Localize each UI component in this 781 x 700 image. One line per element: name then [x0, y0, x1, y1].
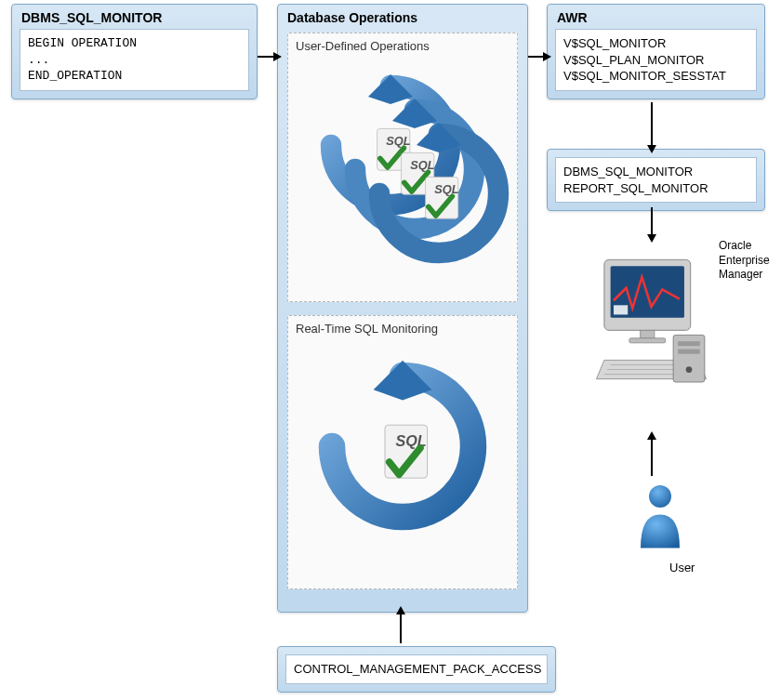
- svg-rect-23: [678, 350, 700, 354]
- arrow-dbms-to-dbops: [258, 56, 274, 58]
- dbms-title: DBMS_SQL_MONITOR: [12, 5, 257, 29]
- oem-label: Oracle Enterprise Manager: [719, 239, 770, 283]
- user-icon: [632, 479, 688, 553]
- oem-block: Oracle Enterprise Manager: [589, 239, 774, 429]
- dbops-title: Database Operations: [278, 5, 527, 29]
- rt-title: Real-Time SQL Monitoring: [288, 316, 517, 339]
- arrow-report-to-oem: [651, 207, 653, 235]
- database-operations-panel: Database Operations User-Defined Operati…: [277, 4, 528, 613]
- arrow-user-to-oem: [651, 439, 653, 476]
- arrow-awr-to-report: [651, 102, 653, 146]
- realtime-sql-monitoring-box: Real-Time SQL Monitoring SQL: [287, 315, 518, 589]
- arrow-cmpa-to-rt: [400, 614, 402, 643]
- awr-title: AWR: [548, 5, 764, 29]
- user-defined-operations-box: User-Defined Operations SQL: [287, 33, 518, 302]
- cmpa-panel: CONTROL_MANAGEMENT_PACK_ACCESS: [277, 646, 556, 693]
- cycle-icon: SQL: [314, 358, 491, 535]
- awr-views: V$SQL_MONITOR V$SQL_PLAN_MONITOR V$SQL_M…: [555, 29, 757, 91]
- svg-point-24: [686, 366, 693, 373]
- awr-panel: AWR V$SQL_MONITOR V$SQL_PLAN_MONITOR V$S…: [547, 4, 765, 99]
- dbms-sql-monitor-panel: DBMS_SQL_MONITOR BEGIN OPERATION ... END…: [11, 4, 258, 99]
- dbms-code-block: BEGIN OPERATION ... END_OPERATION: [20, 29, 249, 91]
- cycle-icon: SQL: [364, 119, 541, 296]
- arrow-dbops-to-awr: [528, 56, 544, 58]
- svg-rect-15: [641, 330, 655, 337]
- computer-icon: [589, 239, 714, 425]
- svg-rect-22: [678, 341, 700, 346]
- svg-rect-16: [629, 338, 666, 343]
- cmpa-text: CONTROL_MANAGEMENT_PACK_ACCESS: [285, 654, 548, 684]
- user-block: User: [625, 479, 695, 575]
- user-label: User: [669, 561, 695, 575]
- svg-text:SQL: SQL: [434, 182, 458, 196]
- report-text: DBMS_SQL_MONITOR REPORT_SQL_MONITOR: [555, 157, 757, 203]
- svg-point-25: [649, 485, 671, 508]
- udo-title: User-Defined Operations: [288, 33, 517, 57]
- report-panel: DBMS_SQL_MONITOR REPORT_SQL_MONITOR: [547, 149, 765, 211]
- svg-rect-14: [614, 305, 628, 314]
